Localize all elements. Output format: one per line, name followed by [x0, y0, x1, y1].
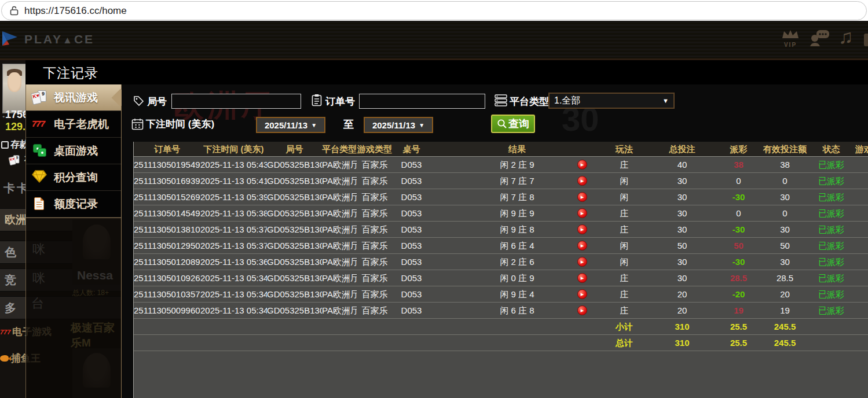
platform-type-select[interactable]: 1.全部 ▼ — [548, 93, 675, 109]
cell-game-type: 百家乐 — [357, 254, 393, 270]
cell-round-no: GD05325B130LQ — [267, 303, 322, 318]
order-number-input[interactable] — [359, 94, 485, 109]
customer-support-icon[interactable] — [810, 29, 830, 49]
column-header-13: 游戏 — [853, 142, 868, 156]
cell-status: 已派彩 — [810, 157, 853, 172]
replay-button[interactable]: ▶ — [577, 305, 587, 315]
replay-button[interactable]: ▶ — [577, 192, 587, 202]
cell-replay: ▶ — [563, 303, 601, 318]
sidebar-item-label: 额度记录 — [54, 197, 98, 212]
playace-logo[interactable]: PLAY▲CE — [0, 30, 94, 49]
grand-total-row-payout: 25.5 — [717, 335, 760, 351]
user-avatar[interactable] — [2, 64, 26, 113]
date-from-select[interactable]: 2025/11/13▼ — [256, 117, 325, 133]
cell-status: 已派彩 — [810, 238, 853, 253]
search-button[interactable]: 查询 — [491, 115, 535, 133]
cell-replay: ▶ — [563, 205, 601, 221]
undefined — [393, 335, 430, 351]
column-header-10: 派彩 — [717, 142, 760, 156]
cell-valid-bet: 30 — [760, 222, 810, 237]
cell-table-no: D053 — [393, 157, 430, 172]
cell-bet-time: 2025-11-13 05:37:01 — [200, 238, 267, 253]
cell-game-type: 百家乐 — [357, 303, 393, 318]
order-filter-label: 订单号 — [325, 95, 355, 108]
document-icon — [32, 196, 52, 212]
cell-table-no: D053 — [393, 222, 430, 237]
cell-game-extra — [853, 303, 868, 318]
replay-button[interactable]: ▶ — [577, 176, 587, 186]
cell-status: 已派彩 — [810, 205, 853, 221]
replay-button[interactable]: ▶ — [577, 160, 587, 169]
url-bar[interactable]: https://175616.cc/home — [1, 1, 867, 20]
sidebar-item-0[interactable]: 9K♥视讯游戏 — [26, 84, 121, 111]
cell-table-no: D053 — [393, 238, 430, 253]
undefined — [267, 319, 322, 334]
replay-button[interactable]: ▶ — [577, 289, 587, 299]
page-title: 下注记录 — [43, 64, 98, 82]
subtotal-row-valid: 245.5 — [760, 319, 810, 334]
date-to-select[interactable]: 2025/11/13▼ — [364, 117, 433, 133]
cell-status: 已派彩 — [810, 303, 853, 318]
grand-total-row: 总计31025.5245.5 — [134, 335, 868, 351]
cell-order-no: 251113050169399 — [134, 173, 200, 189]
undefined — [134, 335, 200, 351]
balance-sub: 129. — [5, 121, 25, 133]
column-header-7 — [563, 142, 601, 156]
modal-title-bar: 下注记录 — [25, 60, 868, 84]
cell-valid-bet: 38 — [760, 157, 810, 172]
column-header-4: 游戏类型 — [357, 142, 393, 156]
undefined — [563, 319, 601, 334]
subtotal-row-payout: 25.5 — [717, 319, 760, 334]
search-button-label: 查询 — [508, 117, 529, 131]
dropdown-arrow-icon: ▼ — [662, 97, 669, 104]
cell-total-bet: 30 — [647, 270, 717, 286]
cell-order-no: 251113050129504 — [134, 238, 200, 253]
cell-valid-bet: 30 — [760, 189, 810, 205]
cell-order-no: 251113050120891 — [134, 254, 200, 270]
cell-table-no: D053 — [393, 303, 430, 318]
brand-text: PLAY▲CE — [24, 32, 94, 46]
cell-play-type: 庄 — [601, 222, 647, 237]
sidebar-item-3[interactable]: 积分查询 — [26, 164, 121, 191]
cell-total-bet: 30 — [647, 254, 717, 270]
cell-valid-bet: 28.5 — [760, 270, 810, 286]
partial-edge-icon[interactable] — [864, 34, 868, 46]
cell-play-type: 庄 — [601, 270, 647, 286]
cell-total-bet: 50 — [647, 238, 717, 253]
replay-button[interactable]: ▶ — [577, 224, 587, 234]
cell-round-no: GD05325B130LR — [267, 286, 322, 302]
vip-icon[interactable]: VIP — [778, 29, 803, 48]
round-number-input[interactable] — [171, 94, 301, 109]
music-icon[interactable]: ♫ — [838, 25, 854, 48]
cell-round-no: GD05325B130LW — [267, 205, 322, 221]
cell-result: 闲 6 庄 4 — [430, 238, 563, 253]
sidebar-item-2[interactable]: 桌面游戏 — [26, 138, 121, 164]
slot-icon: 777 — [32, 116, 52, 132]
cell-result: 闲 0 庄 9 — [430, 270, 563, 286]
cell-table-no: D053 — [393, 205, 430, 221]
page: PLAY▲CE VIP ♫ ﹡ 1756 129. 存款 — [0, 21, 868, 398]
replay-button[interactable]: ▶ — [577, 257, 587, 267]
table-row: 2511130500996012025-11-13 05:34:01GD0532… — [134, 303, 868, 319]
deposit-button[interactable]: 存款 — [1, 139, 29, 151]
crown-icon — [781, 29, 800, 40]
cell-game-type: 百家乐 — [357, 157, 393, 172]
subtotal-row: 小计31025.5245.5 — [134, 319, 868, 335]
replay-button[interactable]: ▶ — [577, 273, 587, 283]
column-header-6: 结果 — [430, 142, 563, 156]
cell-valid-bet: 50 — [760, 238, 810, 253]
platform-selected-value: 1.全部 — [554, 95, 580, 107]
url-text[interactable]: https://175616.cc/home — [24, 5, 127, 17]
sidebar-item-4[interactable]: 额度记录 — [26, 191, 121, 218]
sidebar-item-1[interactable]: 777电子老虎机 — [26, 111, 121, 138]
undefined — [393, 319, 430, 334]
cell-bet-time: 2025-11-13 05:37:53 — [200, 222, 267, 237]
cell-order-no: 251113050109264 — [134, 270, 200, 286]
cell-bet-time: 2025-11-13 05:36:07 — [200, 254, 267, 270]
replay-button[interactable]: ▶ — [577, 208, 587, 218]
sidebar-item-label: 积分查询 — [54, 170, 98, 185]
cell-result: 闲 9 庄 9 — [430, 205, 563, 221]
clipboard-icon — [312, 94, 322, 106]
replay-button[interactable]: ▶ — [577, 241, 587, 250]
tag-icon — [133, 95, 144, 106]
